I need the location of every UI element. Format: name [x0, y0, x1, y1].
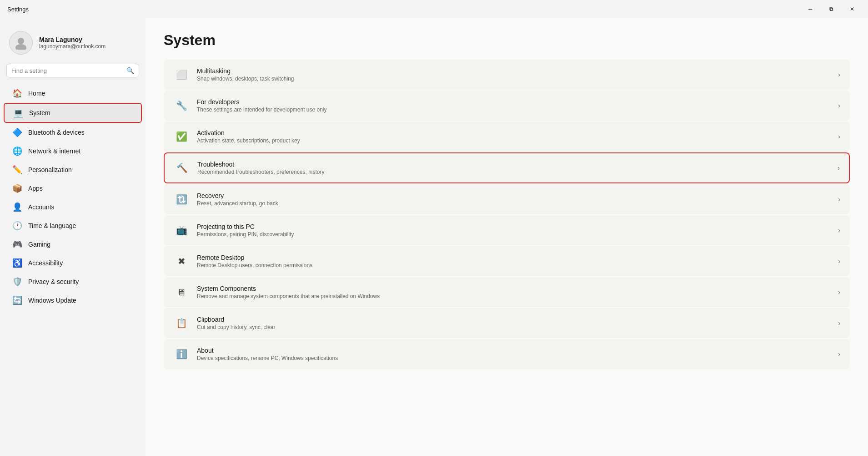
sidebar-label-privacy: Privacy & security: [28, 278, 79, 285]
troubleshoot-icon: 🔨: [174, 160, 190, 176]
sidebar-item-update[interactable]: 🔄 Windows Update: [4, 291, 142, 309]
setting-item-for-developers[interactable]: 🔧 For developers These settings are inte…: [164, 91, 850, 121]
search-box[interactable]: 🔍: [6, 64, 139, 77]
system-components-icon: 🖥: [173, 284, 190, 300]
accounts-icon: 👤: [13, 203, 22, 212]
time-icon: 🕐: [13, 221, 22, 230]
close-button[interactable]: ✕: [842, 2, 863, 16]
for-developers-desc: These settings are intended for developm…: [197, 106, 838, 113]
sidebar-item-gaming[interactable]: 🎮 Gaming: [4, 235, 142, 253]
about-chevron: ›: [838, 350, 840, 358]
sidebar-label-system: System: [29, 109, 50, 117]
window-controls: ─ ⧉ ✕: [800, 2, 863, 16]
activation-title: Activation: [197, 129, 838, 137]
multitasking-chevron: ›: [838, 71, 840, 78]
remote-desktop-desc: Remote Desktop users, connection permiss…: [197, 262, 838, 269]
recovery-chevron: ›: [838, 196, 840, 203]
sidebar-item-system[interactable]: 💻 System: [4, 103, 142, 123]
page-title: System: [164, 32, 850, 49]
user-section[interactable]: Mara Lagunoy lagunoymara@outlook.com: [0, 25, 146, 64]
sidebar: Mara Lagunoy lagunoymara@outlook.com 🔍 🏠…: [0, 18, 146, 456]
for-developers-icon: 🔧: [173, 97, 190, 114]
titlebar: Settings ─ ⧉ ✕: [0, 0, 868, 18]
sidebar-label-accessibility: Accessibility: [28, 259, 63, 267]
about-icon: ℹ️: [173, 346, 190, 362]
troubleshoot-text: Troubleshoot Recommended troubleshooters…: [197, 161, 838, 175]
system-components-text: System Components Remove and manage syst…: [197, 285, 838, 299]
setting-item-clipboard[interactable]: 📋 Clipboard Cut and copy history, sync, …: [164, 308, 850, 338]
for-developers-text: For developers These settings are intend…: [197, 98, 838, 113]
search-input[interactable]: [11, 67, 123, 74]
sidebar-item-accounts[interactable]: 👤 Accounts: [4, 198, 142, 216]
bluetooth-icon: 🔷: [13, 128, 22, 137]
projecting-text: Projecting to this PC Permissions, pairi…: [197, 223, 838, 238]
sidebar-item-apps[interactable]: 📦 Apps: [4, 179, 142, 198]
sidebar-label-update: Windows Update: [28, 297, 76, 304]
setting-item-projecting[interactable]: 📺 Projecting to this PC Permissions, pai…: [164, 215, 850, 245]
remote-desktop-chevron: ›: [838, 258, 840, 265]
sidebar-label-accounts: Accounts: [28, 203, 55, 211]
network-icon: 🌐: [13, 147, 22, 156]
sidebar-item-accessibility[interactable]: ♿ Accessibility: [4, 254, 142, 272]
user-email: lagunoymara@outlook.com: [39, 43, 105, 50]
user-name: Mara Lagunoy: [39, 36, 105, 43]
sidebar-item-network[interactable]: 🌐 Network & internet: [4, 142, 142, 160]
about-title: About: [197, 347, 838, 354]
user-info: Mara Lagunoy lagunoymara@outlook.com: [39, 36, 105, 50]
activation-chevron: ›: [838, 133, 840, 140]
sidebar-item-time[interactable]: 🕐 Time & language: [4, 217, 142, 235]
privacy-icon: 🛡️: [13, 277, 22, 286]
troubleshoot-title: Troubleshoot: [197, 161, 838, 168]
projecting-title: Projecting to this PC: [197, 223, 838, 230]
home-icon: 🏠: [13, 89, 22, 98]
app-container: Mara Lagunoy lagunoymara@outlook.com 🔍 🏠…: [0, 18, 868, 456]
multitasking-title: Multitasking: [197, 67, 838, 75]
about-desc: Device specifications, rename PC, Window…: [197, 355, 838, 361]
projecting-desc: Permissions, pairing PIN, discoverabilit…: [197, 231, 838, 238]
troubleshoot-desc: Recommended troubleshooters, preferences…: [197, 169, 838, 175]
setting-item-troubleshoot[interactable]: 🔨 Troubleshoot Recommended troubleshoote…: [164, 152, 850, 183]
sidebar-label-bluetooth: Bluetooth & devices: [28, 129, 85, 136]
sidebar-label-time: Time & language: [28, 222, 76, 229]
recovery-title: Recovery: [197, 192, 838, 199]
about-text: About Device specifications, rename PC, …: [197, 347, 838, 361]
sidebar-label-personalization: Personalization: [28, 166, 72, 173]
recovery-icon: 🔃: [173, 191, 190, 208]
for-developers-title: For developers: [197, 98, 838, 106]
restore-button[interactable]: ⧉: [821, 2, 842, 16]
app-title: Settings: [7, 6, 29, 13]
activation-desc: Activation state, subscriptions, product…: [197, 137, 838, 144]
multitasking-text: Multitasking Snap windows, desktops, tas…: [197, 67, 838, 82]
projecting-icon: 📺: [173, 222, 190, 238]
sidebar-label-network: Network & internet: [28, 147, 80, 155]
sidebar-label-apps: Apps: [28, 185, 43, 192]
system-components-chevron: ›: [838, 289, 840, 296]
setting-item-remote-desktop[interactable]: ✖ Remote Desktop Remote Desktop users, c…: [164, 246, 850, 276]
clipboard-title: Clipboard: [197, 316, 838, 323]
remote-desktop-title: Remote Desktop: [197, 254, 838, 261]
sidebar-item-bluetooth[interactable]: 🔷 Bluetooth & devices: [4, 123, 142, 142]
clipboard-icon: 📋: [173, 315, 190, 331]
recovery-text: Recovery Reset, advanced startup, go bac…: [197, 192, 838, 207]
setting-item-activation[interactable]: ✅ Activation Activation state, subscript…: [164, 122, 850, 152]
settings-list: ⬜ Multitasking Snap windows, desktops, t…: [164, 60, 850, 369]
clipboard-desc: Cut and copy history, sync, clear: [197, 324, 838, 330]
minimize-button[interactable]: ─: [800, 2, 821, 16]
setting-item-multitasking[interactable]: ⬜ Multitasking Snap windows, desktops, t…: [164, 60, 850, 90]
sidebar-item-personalization[interactable]: ✏️ Personalization: [4, 161, 142, 179]
recovery-desc: Reset, advanced startup, go back: [197, 200, 838, 207]
avatar: [9, 31, 33, 55]
multitasking-icon: ⬜: [173, 66, 190, 83]
setting-item-about[interactable]: ℹ️ About Device specifications, rename P…: [164, 339, 850, 369]
personalization-icon: ✏️: [13, 165, 22, 174]
content-area: System ⬜ Multitasking Snap windows, desk…: [146, 18, 868, 456]
activation-text: Activation Activation state, subscriptio…: [197, 129, 838, 144]
gaming-icon: 🎮: [13, 240, 22, 249]
nav-list: 🏠 Home 💻 System 🔷 Bluetooth & devices 🌐 …: [0, 84, 146, 310]
setting-item-system-components[interactable]: 🖥 System Components Remove and manage sy…: [164, 277, 850, 307]
sidebar-item-home[interactable]: 🏠 Home: [4, 84, 142, 102]
setting-item-recovery[interactable]: 🔃 Recovery Reset, advanced startup, go b…: [164, 184, 850, 214]
svg-point-1: [15, 44, 26, 50]
sidebar-item-privacy[interactable]: 🛡️ Privacy & security: [4, 273, 142, 291]
system-icon: 💻: [14, 108, 23, 117]
